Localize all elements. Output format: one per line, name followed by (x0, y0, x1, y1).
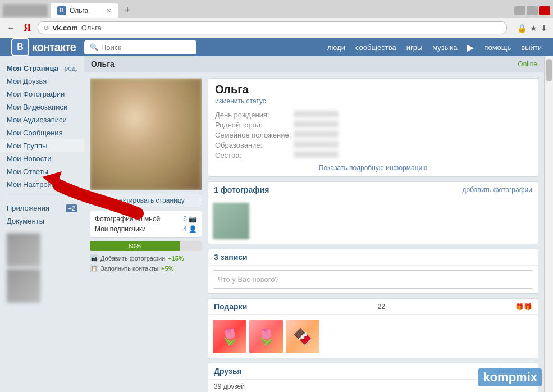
close-btn[interactable] (539, 6, 550, 15)
gift-item-2[interactable]: 🌷 (249, 320, 283, 353)
photo-thumbnail[interactable] (213, 203, 249, 239)
post-input[interactable]: Что у Вас нового? (213, 270, 533, 289)
profile-right-column: Ольга изменить статус День рождения: Род… (208, 78, 538, 392)
birthday-label: День рождения: (215, 111, 294, 119)
fill-contacts-pct: +5% (161, 265, 173, 272)
sidebar-edit-link[interactable]: ред. (65, 65, 77, 72)
favorite-icon[interactable]: ★ (530, 24, 537, 33)
sidebar-item-videos[interactable]: Мои Видеозаписи (0, 101, 84, 113)
avatar-image (90, 79, 202, 190)
subscribers-row: Мои подписчики 4 👤 (95, 224, 197, 234)
vk-header: В контакте 🔍 люди сообщества игры музыка… (0, 38, 553, 56)
sidebar-item-apps[interactable]: Приложения +2 (0, 202, 84, 215)
nav-people[interactable]: люди (327, 43, 345, 52)
vk-navigation: люди сообщества игры музыка ▶ помощь вый… (327, 42, 542, 53)
family-row: Семейное положение: (215, 131, 531, 139)
search-input[interactable] (101, 43, 191, 52)
education-row: Образование: (215, 141, 531, 149)
subscribers-label: Мои подписчики (95, 225, 146, 233)
subscribers-count: 4 👤 (183, 225, 197, 233)
sidebar-my-page-header: Моя Страница ред. (0, 62, 84, 75)
vk-tab[interactable]: В Ольга × (51, 3, 118, 19)
posts-section-header: 3 записи (208, 249, 538, 266)
content-area: Моя Страница ред. Мои Друзья Мои Фотогра… (0, 56, 553, 392)
tab-close-btn[interactable]: × (107, 6, 111, 15)
minimize-btn[interactable] (514, 6, 525, 15)
sidebar-item-groups[interactable]: Мои Группы (0, 139, 84, 152)
edit-page-button[interactable]: Редактировать страницу (90, 194, 202, 207)
download-icon[interactable]: ⬇ (541, 24, 547, 33)
sidebar-item-answers[interactable]: Мои Ответы (0, 165, 84, 178)
sister-value (294, 151, 339, 158)
profile-progress-section: 80% 📷 Добавить фотографии +15% (90, 241, 202, 274)
add-photos-link[interactable]: добавить фотографии (463, 186, 532, 194)
window-controls (514, 6, 550, 15)
nav-music[interactable]: музыка (432, 43, 457, 52)
sidebar-item-friends[interactable]: Мои Друзья (0, 75, 84, 88)
back-button[interactable]: ← (6, 22, 17, 34)
scrollbar[interactable] (544, 56, 553, 392)
profile-info-box: Ольга изменить статус День рождения: Род… (208, 78, 538, 177)
add-photo-pct: +15% (168, 255, 184, 262)
city-row: Родной город: (215, 121, 531, 129)
gifts-icon: 🎁🎁 (515, 303, 532, 311)
maximize-btn[interactable] (527, 6, 538, 15)
sister-label: Сестра: (215, 151, 294, 159)
show-more-link[interactable]: Показать подробную информацию (215, 164, 531, 172)
profile-full-name: Ольга (215, 83, 531, 96)
city-label: Родной город: (215, 121, 294, 129)
url-domain: vk.com (53, 24, 78, 32)
posts-section: 3 записи Что у Вас нового? (208, 249, 538, 294)
profile-body: Редактировать страницу Фотографии со мно… (84, 72, 544, 392)
birthday-value (294, 111, 339, 117)
photos-grid (208, 198, 538, 244)
vk-tab-icon: В (57, 6, 66, 15)
gifts-section-header: Подарки 22 🎁🎁 (208, 299, 538, 315)
sidebar-item-settings[interactable]: Мои Настройки (0, 178, 84, 191)
sidebar-main-section: Моя Страница ред. Мои Друзья Мои Фотогра… (0, 62, 84, 191)
fill-contacts-progress-item[interactable]: 📋 Заполнить контакты +5% (90, 263, 202, 274)
sidebar-item-messages[interactable]: Мои Сообщения (0, 126, 84, 139)
city-value (294, 121, 339, 127)
main-content: Ольга Online Редактировать страницу Фото… (84, 56, 544, 392)
gift-item-3[interactable]: 🍫 (286, 320, 319, 353)
posts-title: 3 записи (214, 253, 248, 262)
sidebar: Моя Страница ред. Мои Друзья Мои Фотогра… (0, 56, 84, 392)
nav-communities[interactable]: сообщества (355, 43, 396, 52)
sidebar-my-page-label[interactable]: Моя Страница (7, 64, 58, 72)
sidebar-avatar-1 (7, 233, 40, 267)
vk-logo-box: В (11, 38, 29, 56)
progress-bar: 80% (90, 241, 202, 251)
sidebar-item-news[interactable]: Мои Новости (0, 152, 84, 165)
gifts-section: Подарки 22 🎁🎁 🌷 🌷 🍫 (208, 298, 538, 358)
search-icon: 🔍 (90, 43, 98, 51)
sidebar-item-photos[interactable]: Мои Фотографии (0, 88, 84, 101)
new-tab-button[interactable]: + (121, 4, 134, 17)
sidebar-item-documents[interactable]: Документы (0, 215, 84, 227)
photo-icon: 📷 (189, 215, 197, 223)
vk-logo-letter: В (17, 42, 24, 52)
gifts-grid: 🌷 🌷 🍫 (208, 315, 538, 358)
url-input[interactable]: ⟳ vk.com Ольга (38, 21, 507, 34)
nav-help[interactable]: помощь (484, 43, 511, 52)
nav-logout[interactable]: выйти (521, 43, 542, 52)
nav-more-button[interactable]: ▶ (467, 42, 474, 53)
nav-games[interactable]: игры (406, 43, 423, 52)
watermark: kompmix (478, 368, 542, 386)
friends-title: Друзья (214, 367, 242, 376)
fill-contacts-icon: 📋 (90, 265, 98, 272)
photo-stats-box: Фотографии со мной 6 📷 Мои подписчики 4 (90, 211, 202, 238)
scrollbar-thumb[interactable] (546, 59, 552, 81)
vk-search-box[interactable]: 🔍 (84, 40, 196, 54)
sidebar-item-audio[interactable]: Мои Аудиозаписи (0, 113, 84, 126)
photos-with-me-label: Фотографии со мной (95, 215, 160, 223)
apps-badge: +2 (66, 204, 77, 212)
profile-status[interactable]: изменить статус (215, 97, 531, 105)
gift-item-1[interactable]: 🌷 (213, 320, 246, 353)
add-photo-progress-item[interactable]: 📷 Добавить фотографии +15% (90, 253, 202, 263)
photos-title: 1 фотография (214, 185, 269, 194)
tab-label: Ольга (70, 7, 88, 15)
sidebar-avatar-2 (7, 269, 40, 303)
tab-bar: В Ольга × + (0, 0, 553, 18)
photos-with-me-row: Фотографии со мной 6 📷 (95, 214, 197, 224)
